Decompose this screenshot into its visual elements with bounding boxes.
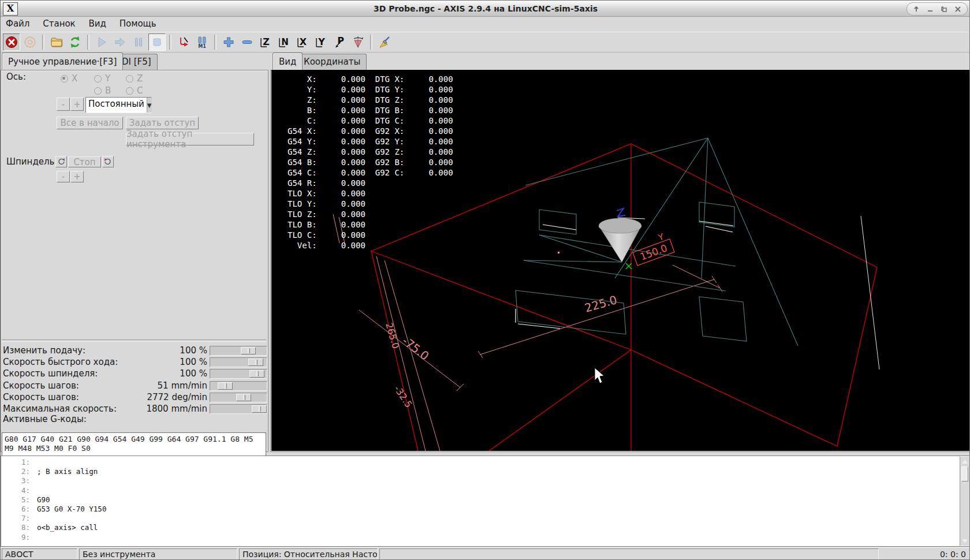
toolbar-separator — [87, 35, 89, 50]
gcode-line-number: 8: — [1, 523, 37, 532]
menu-file[interactable]: Файл — [1, 17, 35, 30]
jog-plus-button[interactable]: + — [70, 98, 84, 111]
spindle-minus-button[interactable]: - — [57, 171, 70, 182]
radio-label: Y — [105, 73, 110, 84]
svg-text:X: X — [300, 36, 307, 47]
close-button[interactable] — [953, 5, 963, 14]
status-machine-state: АВОСТ — [2, 548, 77, 560]
pause-button[interactable] — [130, 33, 147, 51]
radio-label: Z — [137, 73, 143, 84]
gcode-line[interactable]: 7: — [1, 514, 970, 523]
slider-thumb[interactable] — [252, 405, 267, 413]
manual-panel-area: Ручное управление·[F3] MDI [F5] Ось: X Y… — [1, 53, 268, 452]
zoom-in-button[interactable] — [220, 33, 237, 51]
slider-thumb[interactable] — [236, 394, 251, 401]
rapid-override-slider[interactable] — [210, 357, 267, 367]
max-velocity-value: 1800 mm/min — [139, 404, 207, 414]
jog-minus-button[interactable]: - — [57, 98, 70, 111]
gcode-line[interactable]: 9: — [1, 533, 970, 542]
scroll-up-icon[interactable] — [961, 457, 969, 465]
open-file-button[interactable] — [48, 33, 65, 51]
zoom-out-button[interactable] — [238, 33, 256, 51]
z-axis-label — [617, 208, 625, 216]
radio-dot — [94, 87, 102, 95]
spindle-stop-button[interactable]: Стоп — [68, 156, 101, 167]
slider-thumb[interactable] — [248, 359, 263, 366]
scrollbar-thumb[interactable] — [961, 466, 968, 481]
machine-power-button[interactable] — [21, 33, 39, 51]
title-bar: X 3D Probe.ngc - AXIS 2.9.4 на LinuxCNC-… — [1, 1, 970, 17]
view-perspective-button[interactable]: P — [331, 33, 348, 51]
jog-mode-combobox[interactable]: Постоянный ▼ — [85, 97, 152, 113]
gcode-line-number: 6: — [1, 505, 37, 514]
feed-override-label: Изменить подачу: — [3, 345, 85, 356]
reload-button[interactable] — [66, 33, 84, 51]
radio-label: X — [72, 73, 77, 84]
tool-touch-off-button[interactable]: Задать отступ инструмента — [126, 133, 254, 145]
max-velocity-label: Максимальная скорость: — [3, 404, 117, 414]
shade-button[interactable] — [911, 5, 921, 14]
axis-radio-x[interactable]: X — [61, 73, 77, 84]
spindle-ccw-button[interactable] — [55, 156, 67, 167]
view-x-button[interactable]: X — [294, 33, 311, 51]
axis-label: Ось: — [6, 72, 26, 82]
tab-manual-control[interactable]: Ручное управление·[F3] — [2, 53, 123, 70]
angular-jog-speed-slider[interactable] — [210, 393, 267, 402]
axis-radio-z[interactable]: Z — [126, 73, 143, 84]
menu-help[interactable]: Помощь — [114, 17, 162, 30]
menu-machine[interactable]: Станок — [38, 17, 80, 30]
optional-stop-button[interactable]: M1 — [193, 33, 211, 51]
spindle-plus-button[interactable]: + — [70, 171, 84, 182]
gcode-line[interactable]: 2:; B axis align — [1, 467, 970, 476]
estop-button[interactable] — [3, 33, 20, 51]
view-y-button[interactable]: Y — [312, 33, 330, 51]
window-controls — [906, 2, 968, 16]
clear-plot-button[interactable] — [376, 33, 393, 51]
y-axis-label: Y — [656, 232, 666, 244]
scroll-down-icon[interactable] — [961, 537, 969, 545]
axis-radio-c[interactable]: C — [126, 85, 143, 96]
spindle-cw-button[interactable] — [102, 156, 114, 167]
gcode-line-number: 4: — [1, 486, 37, 495]
axis-radio-b[interactable]: B — [94, 85, 111, 96]
spindle-label: Шпиндель: — [6, 156, 57, 167]
tab-preview[interactable]: Вид — [273, 53, 303, 70]
menu-view[interactable]: Вид — [83, 17, 111, 30]
run-button[interactable] — [93, 33, 110, 51]
max-velocity-slider[interactable] — [210, 404, 267, 414]
window-title: 3D Probe.ngc - AXIS 2.9.4 на LinuxCNC-si… — [1, 1, 970, 17]
slider-thumb[interactable] — [249, 370, 264, 378]
gcode-line[interactable]: 5:G90 — [1, 495, 970, 505]
touch-off-button[interactable]: Задать отступ — [126, 117, 199, 129]
tab-dro[interactable]: Координаты — [297, 54, 367, 70]
step-button[interactable] — [111, 33, 129, 51]
gcode-line[interactable]: 6:G53 G0 X-70 Y150 — [1, 505, 970, 514]
gcode-line[interactable]: 4: — [1, 486, 970, 495]
rotate-view-button[interactable] — [349, 33, 367, 51]
gcode-line[interactable]: 8:o<b_axis> call — [1, 523, 970, 532]
gcode-line[interactable]: 1: — [1, 458, 970, 467]
view-z-button[interactable]: Z — [257, 33, 274, 51]
run-icon — [95, 35, 109, 49]
toolbar-separator — [169, 35, 171, 50]
radio-dot — [126, 87, 133, 95]
view-z-rotated-button[interactable]: N — [275, 33, 293, 51]
maximize-button[interactable] — [939, 5, 949, 14]
stop-button[interactable] — [148, 33, 166, 51]
gcode-line[interactable]: 3: — [1, 476, 970, 486]
jog-speed-value: 51 mm/min — [139, 380, 207, 391]
jog-speed-slider[interactable] — [210, 381, 267, 391]
minimize-button[interactable] — [925, 5, 935, 14]
home-all-button[interactable]: Все в начало — [57, 117, 123, 129]
gcode-listing[interactable]: 1:2:; B axis align3:4:5:G906:G53 G0 X-70… — [1, 456, 970, 547]
feed-override-slider[interactable] — [210, 346, 267, 356]
gcode-scrollbar[interactable] — [960, 457, 969, 546]
gcode-line-number: 3: — [1, 476, 37, 486]
slider-thumb[interactable] — [241, 347, 256, 354]
preview-canvas[interactable]: 225.0 -75.0 265.0 -32.5 150.0 Y — [271, 70, 969, 451]
axis-radio-y[interactable]: Y — [94, 73, 110, 84]
skip-lines-button[interactable] — [175, 33, 192, 51]
spindle-override-slider[interactable] — [210, 369, 267, 379]
slider-thumb[interactable] — [218, 382, 233, 390]
view-y-icon: Y — [314, 35, 328, 49]
